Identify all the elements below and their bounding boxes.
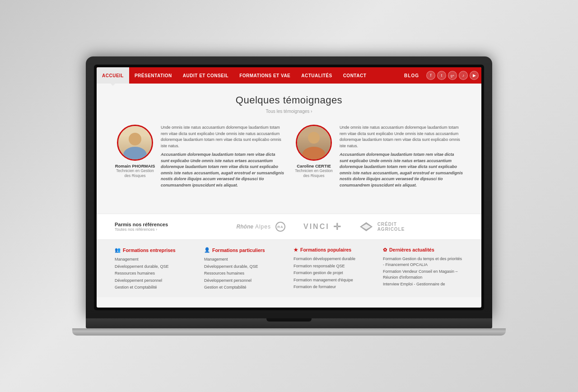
footer-link-pop5[interactable]: Formation de formateur (294, 284, 374, 290)
avatar-circle-1 (117, 125, 153, 161)
screen: ACCUEIL PRÉSENTATION AUDIT ET CONSEIL FO… (97, 67, 481, 308)
laptop-base (86, 318, 492, 328)
social-google-icon[interactable]: g+ (448, 71, 457, 80)
nav-blog[interactable]: BLOG (400, 67, 424, 84)
nav-item-audit[interactable]: AUDIT ET CONSEIL (177, 67, 234, 84)
footer-link-management2[interactable]: Management (204, 257, 284, 262)
footer-col-entreprises-title: 👥 Formations entreprises (115, 247, 195, 253)
main-content: Quelques témoignages Tous les témoignage… (97, 84, 481, 214)
ca-logo-icon (359, 222, 373, 232)
footer-link-durable2[interactable]: Développement durable, QSE (204, 264, 284, 270)
references-inner: Parmis nos références Toutes nos référen… (97, 221, 481, 232)
footer-link-pop2[interactable]: Formation responsable QSE (294, 263, 374, 269)
references-section: Parmis nos références Toutes nos référen… (97, 214, 481, 240)
logos-row: RhôneAlpes RA VINCI ✛ (178, 221, 463, 232)
laptop-hinge-notch (266, 318, 312, 322)
logo-vinci: VINCI ✛ (303, 221, 341, 232)
footer-link-actu1[interactable]: Formation Gestion du temps et des priori… (383, 256, 463, 267)
footer-link-dev1[interactable]: Développement personnel (115, 278, 195, 284)
testimonial2-text1: Unde omnis iste natus accusantium dolore… (340, 125, 463, 149)
vinci-cross-icon: ✛ (333, 221, 341, 232)
footer-link-actu3[interactable]: Interview Emploi - Gestionnaire de (383, 281, 463, 287)
avatar-container-1: Romain PHORMAIS Technicien en Gestion de… (115, 125, 155, 178)
footer-link-actu2[interactable]: Formation Vendeur Conseil en Magasin – R… (383, 269, 463, 280)
laptop-bottom-bar (72, 328, 506, 336)
testimonial1-text2: Accusantium doloremque laudantium totam … (161, 152, 284, 188)
ref-title: Parmis nos références (115, 222, 169, 227)
footer-link-pop1[interactable]: Formation développement durable (294, 256, 374, 262)
footer-link-rh2[interactable]: Ressources humaines (204, 271, 284, 276)
testimonials-grid: Romain PHORMAIS Technicien en Gestion de… (115, 125, 463, 191)
nav-item-presentation[interactable]: PRÉSENTATION (129, 67, 177, 84)
footer-col-entreprises: 👥 Formations entreprises Management Déve… (115, 247, 195, 292)
avatar-container-2: Caroline CERTIE Technicien en Gestion de… (294, 125, 334, 178)
footer-link-gestion2[interactable]: Gestion et Comptabilité (204, 285, 284, 290)
footer-link-rh1[interactable]: Ressources humaines (115, 271, 195, 276)
nav-item-actualites[interactable]: ACTUALITÉS (296, 67, 337, 84)
footer-link-durable1[interactable]: Développement durable, QSE (115, 264, 195, 270)
testimonial-card-2: Caroline CERTIE Technicien en Gestion de… (294, 125, 463, 191)
footer-link-dev2[interactable]: Développement personnel (204, 278, 284, 284)
footer-col-populaires-title: ★ Formations populaires (294, 247, 374, 252)
nav-socials: f t g+ ♪ ▶ (424, 71, 481, 80)
footer-col-populaires: ★ Formations populaires Formation dévelo… (294, 247, 374, 292)
testimonial-text-1: Unde omnis iste natus accusantium dolore… (161, 125, 284, 191)
avatar-circle-2 (296, 125, 332, 161)
social-twitter-icon[interactable]: t (437, 71, 446, 80)
social-facebook-icon[interactable]: f (426, 71, 435, 80)
screen-bezel: ACCUEIL PRÉSENTATION AUDIT ET CONSEIL FO… (94, 65, 484, 310)
footer-grid: 👥 Formations entreprises Management Déve… (115, 247, 463, 292)
testimonial2-text2: Accusantium doloremque laudantium totam … (340, 152, 463, 188)
nav-item-accueil[interactable]: ACCUEIL (97, 67, 129, 84)
person1-role: Technicien en Gestion des Risques (115, 168, 155, 178)
social-music-icon[interactable]: ♪ (459, 71, 468, 80)
entreprises-icon: 👥 (115, 247, 121, 253)
ref-link[interactable]: Toutes nos références › (115, 227, 169, 232)
testimonial-card-1: Romain PHORMAIS Technicien en Gestion de… (115, 125, 284, 191)
footer-section: 👥 Formations entreprises Management Déve… (97, 240, 481, 297)
laptop-lid: ACCUEIL PRÉSENTATION AUDIT ET CONSEIL FO… (86, 56, 492, 318)
footer-col-particuliers-title: 👤 Formations particuliers (204, 247, 284, 253)
avatar-woman-image (297, 125, 331, 161)
avatar-man-image (118, 125, 152, 161)
logo-rhone-alpes: RhôneAlpes RA (237, 222, 285, 232)
person2-name: Caroline CERTIE (294, 163, 334, 168)
footer-col-actualites-title: ✿ Dernières actualités (383, 247, 463, 252)
section-subtitle[interactable]: Tous les témoignages › (115, 109, 463, 114)
nav-bar: ACCUEIL PRÉSENTATION AUDIT ET CONSEIL FO… (97, 67, 481, 84)
section-title: Quelques témoignages (115, 94, 463, 106)
footer-link-pop3[interactable]: Formation gestion de projet (294, 270, 374, 276)
social-youtube-icon[interactable]: ▶ (470, 71, 479, 80)
footer-link-pop4[interactable]: Formation management d'équipe (294, 277, 374, 283)
person2-role: Technicien en Gestion des Risques (294, 168, 334, 178)
footer-col-particuliers: 👤 Formations particuliers Management Dév… (204, 247, 284, 292)
footer-link-management1[interactable]: Management (115, 257, 195, 262)
footer-link-gestion1[interactable]: Gestion et Comptabilité (115, 285, 195, 290)
nav-item-contact[interactable]: CONTACT (338, 67, 372, 84)
rhone-logo-circle: RA (275, 222, 285, 232)
particuliers-icon: 👤 (204, 247, 210, 253)
laptop-wrapper: ACCUEIL PRÉSENTATION AUDIT ET CONSEIL FO… (72, 56, 506, 336)
references-label: Parmis nos références Toutes nos référen… (115, 222, 169, 232)
testimonial1-text1: Unde omnis iste natus accusantium dolore… (161, 125, 284, 149)
testimonial-text-2: Unde omnis iste natus accusantium dolore… (340, 125, 463, 191)
nav-item-formations[interactable]: FORMATIONS ET VAE (234, 67, 296, 84)
flower-icon: ✿ (383, 247, 387, 252)
site-wrapper: ACCUEIL PRÉSENTATION AUDIT ET CONSEIL FO… (97, 67, 481, 308)
logo-credit-agricole: CRÉDIT AGRICOLE (359, 222, 405, 232)
footer-col-actualites: ✿ Dernières actualités Formation Gestion… (383, 247, 463, 292)
star-icon: ★ (294, 247, 298, 252)
person1-name: Romain PHORMAIS (115, 163, 155, 168)
